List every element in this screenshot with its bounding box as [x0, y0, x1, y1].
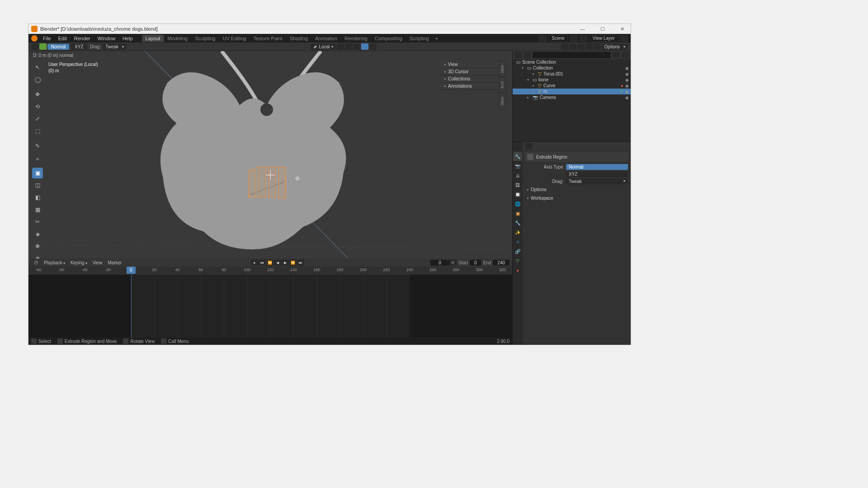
timeline-keying-menu[interactable]: Keying	[68, 260, 90, 265]
next-key-icon[interactable]: ⏩	[289, 259, 297, 266]
prop-tab-viewlayer-icon[interactable]: 🖼	[513, 180, 522, 189]
scene-selector[interactable]: Scene	[548, 35, 567, 42]
timeline-editor-icon[interactable]: ⏱	[31, 260, 41, 265]
axis-normal-button[interactable]: Normal	[47, 44, 69, 50]
mesh-automerge-icon[interactable]	[561, 43, 568, 50]
ws-tab-animation[interactable]: Animation	[311, 35, 341, 42]
menu-edit[interactable]: Edit	[55, 36, 71, 41]
axis-xyz-option[interactable]: XYZ	[566, 171, 628, 177]
outliner-display-icon[interactable]	[524, 52, 531, 58]
prop-tab-output-icon[interactable]: 🖨	[513, 171, 522, 180]
proportional-toggle-icon[interactable]	[361, 43, 368, 50]
viewlayer-selector[interactable]: View Layer	[590, 35, 618, 42]
menu-window[interactable]: Window	[94, 36, 119, 41]
titlebar[interactable]: Blender* [D:\downloads\meduza_chrome dog…	[28, 24, 631, 34]
prop-tab-modifier-icon[interactable]: 🔧	[513, 218, 522, 227]
menu-render[interactable]: Render	[71, 36, 94, 41]
outliner-filter-icon[interactable]	[613, 52, 620, 58]
preview-range-icon[interactable]: ⏲	[449, 259, 457, 266]
properties-editor-icon[interactable]	[525, 143, 533, 149]
timeline-marker-menu[interactable]: Marker	[105, 260, 124, 265]
outliner-item-curve[interactable]: ▸ ▽ Curve ● ◉	[513, 83, 631, 89]
ws-tab-shading[interactable]: Shading	[286, 35, 311, 42]
outliner-item-m[interactable]: ▸ ▽ m ▽ ◉	[513, 89, 631, 94]
xray-toggle-icon[interactable]	[594, 43, 601, 50]
prop-tab-object-icon[interactable]: ▣	[513, 209, 522, 218]
end-frame-field[interactable]: 240	[493, 260, 509, 266]
editmode-selector-icon[interactable]	[31, 43, 38, 50]
scene-browse-icon[interactable]	[538, 35, 547, 42]
npanel-annotations[interactable]: Annotations	[441, 83, 500, 90]
timeline-body[interactable]	[28, 275, 512, 338]
ws-add-button[interactable]: +	[433, 35, 441, 42]
outliner-editor-icon[interactable]	[514, 52, 522, 58]
scene-new-icon[interactable]	[570, 35, 578, 42]
timeline-view-menu[interactable]: View	[90, 260, 105, 265]
orientation-dropdown[interactable]: ⬈Local▾	[311, 44, 336, 50]
xray-y-icon[interactable]	[577, 43, 585, 50]
npanel-collections[interactable]: Collections	[441, 75, 500, 83]
minimize-button[interactable]: —	[576, 26, 589, 32]
npanel-tab-view[interactable]: View	[499, 93, 506, 109]
outliner-search-input[interactable]	[533, 52, 611, 58]
timeline-ruler[interactable]: -80 -60 -40 -20 0 20 40 60 80 100 120 14…	[28, 267, 512, 275]
outliner-item-camera[interactable]: ▸ 📷 Camera ◉	[513, 94, 631, 100]
current-frame-field[interactable]: 0	[430, 260, 449, 266]
prop-drag-dropdown[interactable]: Tweak	[566, 178, 628, 184]
snap-options-icon[interactable]	[353, 43, 360, 50]
prop-tab-particles-icon[interactable]: ✨	[513, 228, 522, 237]
jump-end-icon[interactable]: ⏭	[297, 259, 304, 266]
ws-tab-modeling[interactable]: Modeling	[164, 35, 192, 42]
prop-tab-scene-icon[interactable]: 🔲	[513, 190, 522, 199]
outliner-new-collection-icon[interactable]	[622, 52, 629, 58]
playhead-badge[interactable]: 0	[127, 267, 136, 274]
outliner-scene-collection[interactable]: ▭ Scene Collection	[513, 59, 631, 65]
snap-toggle-icon[interactable]	[345, 43, 352, 50]
ws-tab-compositing[interactable]: Compositing	[371, 35, 406, 42]
timeline-playback-menu[interactable]: Playback	[41, 260, 68, 265]
prop-tab-tool-icon[interactable]: 🔧	[513, 152, 522, 161]
outliner-collection[interactable]: ▾ ▭ Collection ◉	[513, 65, 631, 71]
prop-tab-render-icon[interactable]: 📷	[513, 161, 522, 170]
viewlayer-new-icon[interactable]	[620, 35, 628, 42]
npanel-tab-tool[interactable]: Tool	[499, 77, 506, 93]
jump-start-icon[interactable]: ⏮	[259, 259, 266, 266]
axis-normal-option[interactable]: Normal	[566, 164, 628, 170]
prop-tab-constraints-icon[interactable]: 🔗	[513, 247, 522, 256]
prop-tab-world-icon[interactable]: 🌐	[513, 199, 522, 208]
xray-z-icon[interactable]	[585, 43, 593, 50]
ws-tab-sculpting[interactable]: Sculpting	[191, 35, 219, 42]
prop-section-workspace[interactable]: Workspace	[524, 195, 629, 202]
play-rev-icon[interactable]: ◀	[274, 259, 281, 266]
npanel-view[interactable]: View	[441, 61, 500, 68]
outliner-item-bone[interactable]: ▾ ▭ bone ◉	[513, 77, 631, 83]
editmode-icon[interactable]	[39, 43, 47, 50]
app-icon[interactable]	[31, 35, 38, 42]
ws-tab-texture[interactable]: Texture Paint	[250, 35, 286, 42]
close-button[interactable]: ✕	[617, 26, 628, 32]
prop-tab-mesh-icon[interactable]: ▽	[513, 256, 522, 265]
pivot-dropdown-icon[interactable]	[337, 43, 344, 50]
play-icon[interactable]: ▶	[282, 259, 289, 266]
prop-section-options[interactable]: Options	[524, 186, 629, 193]
prop-tab-material-icon[interactable]: ●	[513, 266, 522, 275]
ws-tab-rendering[interactable]: Rendering	[341, 35, 371, 42]
maximize-button[interactable]: ☐	[597, 26, 609, 32]
options-dropdown[interactable]: Options▾	[602, 44, 628, 50]
ws-tab-layout[interactable]: Layout	[142, 35, 164, 42]
outliner-item-torus[interactable]: ▸ ▽ Torus.001 ◉	[513, 71, 631, 77]
viewlayer-browse-icon[interactable]	[580, 35, 588, 42]
ws-tab-scripting[interactable]: Scripting	[406, 35, 433, 42]
menu-help[interactable]: Help	[119, 36, 137, 41]
prop-tab-physics-icon[interactable]: ⚛	[513, 237, 522, 246]
npanel-3dcursor[interactable]: 3D Cursor	[441, 68, 500, 75]
3d-viewport[interactable]: D: 0 m (0 m) normal User Perspective (Lo…	[28, 51, 512, 258]
autokey-icon[interactable]: ●	[251, 259, 258, 266]
menu-file[interactable]: File	[39, 36, 55, 41]
xray-x-icon[interactable]	[569, 43, 576, 50]
proportional-falloff-icon[interactable]	[369, 43, 377, 50]
prev-key-icon[interactable]: ⏪	[266, 259, 274, 266]
start-frame-field[interactable]: 0	[470, 260, 481, 266]
axis-xyz-button[interactable]: XYZ	[71, 44, 87, 50]
drag-dropdown[interactable]: Tweak▾	[103, 44, 127, 50]
